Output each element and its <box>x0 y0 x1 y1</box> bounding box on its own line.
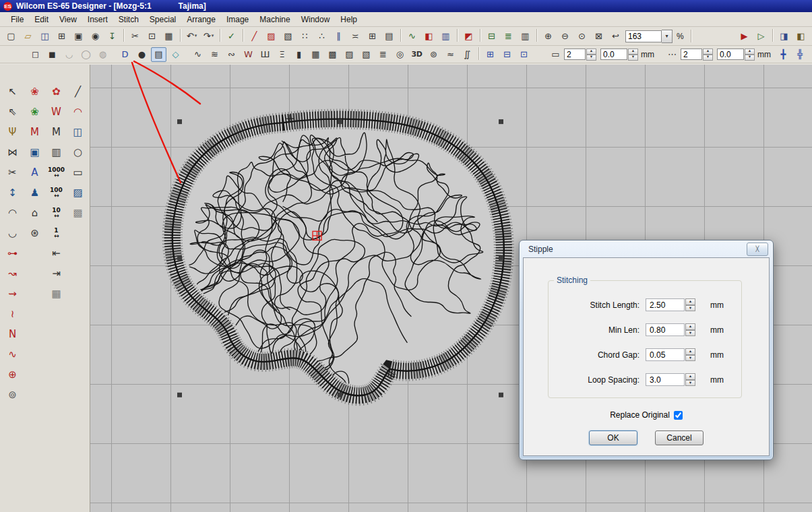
motif-run-icon[interactable]: W <box>241 47 256 62</box>
arc-tool-icon[interactable]: ◠ <box>3 203 22 222</box>
auto-select-icon[interactable]: ✓ <box>224 29 239 44</box>
send-to-machine-icon[interactable]: ↧ <box>104 29 120 44</box>
paste-icon[interactable]: ▦ <box>161 29 177 44</box>
zoom-previous-icon[interactable]: ↩ <box>608 29 623 44</box>
w-run-icon[interactable]: W <box>46 102 66 121</box>
compensation-count-input[interactable] <box>681 49 702 60</box>
flower-digitize-icon[interactable]: ✿ <box>46 82 66 101</box>
show-satin-icon[interactable]: ▨ <box>263 29 279 44</box>
zoom-dropdown-icon[interactable]: ▾ <box>662 30 673 43</box>
ring-tool-icon[interactable]: ◡ <box>3 224 22 243</box>
rectangle-tool-icon[interactable]: ▭ <box>68 163 88 182</box>
compensation-type-icon[interactable]: ⋯ <box>664 47 680 62</box>
object-fill-icon[interactable]: ◼ <box>44 47 60 62</box>
travel-100-icon[interactable]: 100↔ <box>46 183 66 202</box>
florentine-effect-icon[interactable]: ∬ <box>460 47 475 62</box>
stitch-block-icon[interactable]: ▦ <box>46 284 66 303</box>
spiral-fill-icon[interactable]: ◎ <box>392 47 408 62</box>
tatami-fill-icon[interactable]: ▦ <box>308 47 323 62</box>
satin-stitch-icon[interactable]: ▮ <box>291 47 307 62</box>
color-film-icon[interactable]: ◧ <box>421 29 437 44</box>
production-worksheet-icon[interactable]: ▥ <box>518 29 533 44</box>
selection-handle[interactable] <box>177 393 182 397</box>
stitch-chart-icon[interactable]: ∿ <box>404 29 420 44</box>
stitch-length-input[interactable] <box>646 298 685 311</box>
menu-insert[interactable]: Insert <box>82 13 113 26</box>
machine-panel-icon[interactable]: ◧ <box>793 29 809 44</box>
cut-icon[interactable]: ✂ <box>127 29 143 44</box>
triple-run-icon[interactable]: ≋ <box>207 47 222 62</box>
show-connectors-icon[interactable]: ≍ <box>348 29 363 44</box>
zoom-input[interactable] <box>625 30 662 42</box>
user-split-icon[interactable]: ▧ <box>358 47 374 62</box>
show-stitches-icon[interactable]: ╱ <box>247 29 262 44</box>
mitre-corners-icon[interactable]: ⋈ <box>3 143 22 162</box>
show-fill-icon[interactable]: ▧ <box>280 29 296 44</box>
drop-d-icon[interactable]: D <box>117 47 133 62</box>
open-icon[interactable]: ▱ <box>20 29 36 44</box>
select-icon[interactable]: ↖ <box>3 82 22 101</box>
buttonhole-icon[interactable]: ⊛ <box>25 224 44 243</box>
new-icon[interactable]: ▢ <box>3 29 19 44</box>
show-grid-icon[interactable]: ⊞ <box>365 29 380 44</box>
reshape-updown-icon[interactable]: ↕ <box>3 183 22 202</box>
selection-handle[interactable] <box>177 255 182 260</box>
machine-function-icon[interactable]: ⊚ <box>3 385 22 404</box>
travel-start-icon[interactable]: ⇤ <box>46 244 66 263</box>
print-icon[interactable]: ▣ <box>71 29 86 44</box>
move-design-icon[interactable]: ╬ <box>792 47 808 62</box>
loop-spacing-input[interactable] <box>646 373 685 386</box>
loop-spacing-spinner[interactable]: ▲▼ <box>685 373 695 386</box>
pull-comp-icon[interactable]: ⊡ <box>516 47 532 62</box>
overview-window-icon[interactable]: ⊟ <box>484 29 499 44</box>
menu-image[interactable]: Image <box>221 13 254 26</box>
stipple-run-icon[interactable]: ▤ <box>151 47 166 62</box>
travel-end-icon[interactable]: ⇥ <box>46 264 66 283</box>
min-len-input[interactable] <box>646 323 685 336</box>
selection-handle[interactable] <box>499 255 503 260</box>
stitch-wave-icon[interactable]: ∿ <box>3 345 22 364</box>
auto-fabric-icon[interactable]: ⊞ <box>482 47 498 62</box>
design-properties-icon[interactable]: ◩ <box>461 29 476 44</box>
travel-1000-icon[interactable]: 1000↔ <box>46 163 66 182</box>
menu-view[interactable]: View <box>54 13 82 26</box>
show-stipple-icon[interactable]: ∷ <box>297 29 313 44</box>
object-outline-icon[interactable]: ◻ <box>28 47 43 62</box>
compensation-count-spinner[interactable]: ▲▼ <box>703 49 713 61</box>
min-len-spinner[interactable]: ▲▼ <box>685 323 695 336</box>
column-fill-icon[interactable]: ▥ <box>46 143 66 162</box>
reshape-icon[interactable]: ⇖ <box>3 102 22 121</box>
wave-effect-icon[interactable]: ≈ <box>443 47 458 62</box>
zoom-box-icon[interactable]: ⊠ <box>591 29 606 44</box>
selection-handle[interactable] <box>177 119 182 124</box>
tie-off-function-icon[interactable]: ≀ <box>3 305 22 323</box>
color-change-icon[interactable]: ⊕ <box>3 365 22 384</box>
color-object-list-icon[interactable]: ≣ <box>501 29 516 44</box>
stitch-length-spinner[interactable]: ▲▼ <box>685 298 695 311</box>
align-tools-icon[interactable]: ◨ <box>809 47 812 62</box>
insert-design-icon[interactable]: ⊞ <box>54 29 69 44</box>
stop-function-icon[interactable]: N <box>3 325 22 344</box>
print-preview-icon[interactable]: ◉ <box>88 29 103 44</box>
redo-icon[interactable]: ↷▾ <box>201 29 216 44</box>
menu-arrange[interactable]: Arrange <box>181 13 221 26</box>
auto-underlay-icon[interactable]: ⊟ <box>499 47 515 62</box>
underlay-type-icon[interactable]: ▭ <box>548 47 563 62</box>
menu-machine[interactable]: Machine <box>254 13 295 26</box>
show-penetrations-icon[interactable]: ‖ <box>331 29 346 44</box>
zoom-1-1-icon[interactable]: ⊙ <box>574 29 590 44</box>
run-stitch-icon[interactable]: ∿ <box>190 47 206 62</box>
undo-icon[interactable]: ↶▾ <box>184 29 199 44</box>
nudge-cross-icon[interactable]: ╋ <box>776 47 791 62</box>
selection-handle[interactable] <box>338 119 342 124</box>
effect-3d-icon[interactable]: 3D <box>409 47 425 62</box>
pattern-stamp-icon[interactable]: ▨ <box>68 183 88 202</box>
underlay-spacing-input[interactable] <box>600 49 627 60</box>
menu-special[interactable]: Special <box>144 13 181 26</box>
underlay-spacing-spinner[interactable]: ▲▼ <box>628 49 638 61</box>
photo-flash-icon[interactable]: ❀ <box>25 102 44 121</box>
block-tool-icon[interactable]: ▩ <box>68 203 88 222</box>
dot-run-icon[interactable]: ● <box>134 47 150 62</box>
parallel-hatch-icon[interactable]: ╱ <box>68 82 88 101</box>
e-stitch-icon[interactable]: Ξ <box>274 47 290 62</box>
